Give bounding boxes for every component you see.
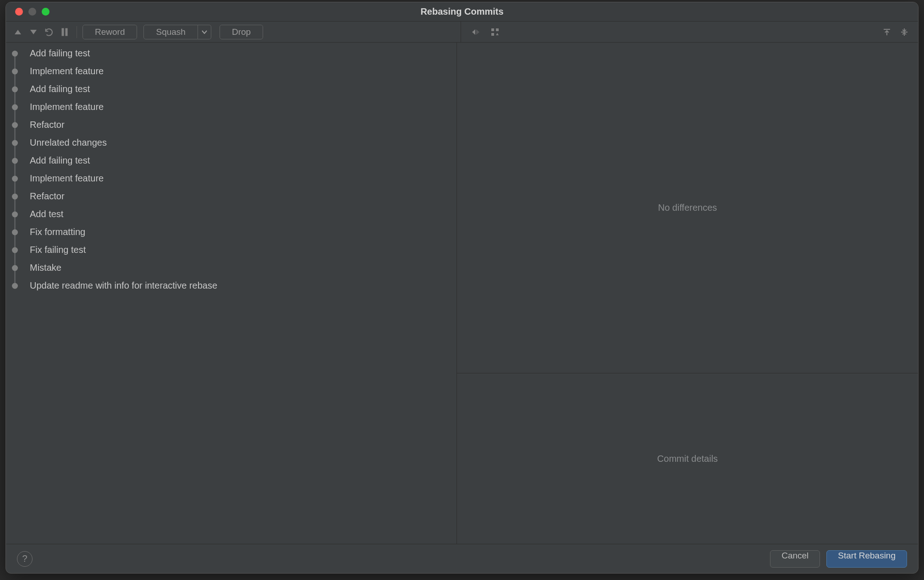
commit-row[interactable]: Unrelated changes xyxy=(6,134,456,152)
commit-message: Update readme with info for interactive … xyxy=(27,280,217,291)
commit-row[interactable]: Add failing test xyxy=(6,152,456,170)
commit-graph-node xyxy=(10,187,27,205)
commit-message: Add failing test xyxy=(27,84,90,94)
commit-graph-node xyxy=(10,62,27,80)
details-placeholder: Commit details xyxy=(657,454,718,464)
start-rebasing-button[interactable]: Start Rebasing xyxy=(826,550,907,568)
window-controls xyxy=(6,8,50,16)
commit-details-pane: Commit details xyxy=(457,373,918,544)
right-pane: No differences Commit details xyxy=(457,43,918,544)
svg-rect-3 xyxy=(496,28,499,31)
move-down-button[interactable] xyxy=(27,26,40,38)
commit-row[interactable]: Update readme with info for interactive … xyxy=(6,277,456,295)
window-close-button[interactable] xyxy=(15,8,23,16)
commit-graph-node xyxy=(10,134,27,152)
commit-list: Add failing testImplement featureAdd fai… xyxy=(6,43,456,295)
help-button[interactable]: ? xyxy=(17,551,33,567)
squash-button[interactable]: Squash xyxy=(143,25,198,39)
commit-row[interactable]: Fix failing test xyxy=(6,241,456,259)
commit-message: Add failing test xyxy=(27,48,90,59)
commit-graph-node xyxy=(10,152,27,170)
main-split: Add failing testImplement featureAdd fai… xyxy=(6,43,918,544)
svg-rect-0 xyxy=(62,28,64,36)
move-up-button[interactable] xyxy=(11,26,24,38)
commit-graph-node xyxy=(10,277,27,295)
svg-rect-2 xyxy=(491,28,494,31)
commit-list-pane[interactable]: Add failing testImplement featureAdd fai… xyxy=(6,43,457,544)
next-diff-button[interactable] xyxy=(898,26,911,38)
svg-rect-4 xyxy=(491,33,494,36)
commit-message: Add test xyxy=(27,209,63,219)
diff-viewer: No differences xyxy=(457,43,918,373)
commit-graph-node xyxy=(10,116,27,134)
commit-graph-node xyxy=(10,98,27,116)
toolbar-divider xyxy=(77,26,77,38)
commit-graph-node xyxy=(10,205,27,223)
commit-message: Fix formatting xyxy=(27,227,85,237)
rebase-dialog: Rebasing Commits Reword Squash xyxy=(6,2,918,574)
squash-dropdown-button[interactable] xyxy=(198,25,211,39)
diff-placeholder: No differences xyxy=(658,202,717,213)
squash-button-group: Squash xyxy=(143,25,211,39)
commit-row[interactable]: Implement feature xyxy=(6,170,456,187)
commit-message: Implement feature xyxy=(27,66,104,77)
cancel-button[interactable]: Cancel xyxy=(770,550,820,568)
drop-button[interactable]: Drop xyxy=(220,25,263,39)
viewer-settings-button[interactable] xyxy=(489,26,501,38)
collapse-unchanged-button[interactable] xyxy=(469,26,482,38)
window-zoom-button[interactable] xyxy=(42,8,50,16)
commit-graph-node xyxy=(10,80,27,98)
pause-button[interactable] xyxy=(58,26,71,38)
commit-row[interactable]: Implement feature xyxy=(6,98,456,116)
commit-row[interactable]: Add failing test xyxy=(6,44,456,62)
commit-row[interactable]: Implement feature xyxy=(6,62,456,80)
title-bar: Rebasing Commits xyxy=(6,2,918,22)
svg-rect-1 xyxy=(66,28,67,36)
commit-message: Implement feature xyxy=(27,102,104,112)
commit-row[interactable]: Fix formatting xyxy=(6,223,456,241)
commit-message: Unrelated changes xyxy=(27,137,107,148)
chevron-down-icon xyxy=(202,30,207,34)
undo-button[interactable] xyxy=(43,26,55,38)
commit-message: Implement feature xyxy=(27,173,104,184)
commit-graph-node xyxy=(10,259,27,277)
commit-row[interactable]: Refactor xyxy=(6,116,456,134)
commit-message: Refactor xyxy=(27,191,65,202)
dialog-title: Rebasing Commits xyxy=(6,6,918,17)
prev-diff-button[interactable] xyxy=(880,26,893,38)
commit-graph-node xyxy=(10,170,27,187)
commit-row[interactable]: Refactor xyxy=(6,187,456,205)
window-minimize-button[interactable] xyxy=(28,8,36,16)
commit-message: Refactor xyxy=(27,120,65,130)
commit-graph-node xyxy=(10,44,27,62)
commit-row[interactable]: Add test xyxy=(6,205,456,223)
commit-graph-node xyxy=(10,223,27,241)
commit-message: Add failing test xyxy=(27,155,90,166)
dialog-button-bar: ? Cancel Start Rebasing xyxy=(6,544,918,573)
commit-row[interactable]: Add failing test xyxy=(6,80,456,98)
commit-graph-node xyxy=(10,241,27,259)
commit-message: Fix failing test xyxy=(27,245,86,255)
commit-message: Mistake xyxy=(27,263,61,273)
reword-button[interactable]: Reword xyxy=(82,25,137,39)
commit-row[interactable]: Mistake xyxy=(6,259,456,277)
toolbar: Reword Squash Drop xyxy=(6,22,918,43)
